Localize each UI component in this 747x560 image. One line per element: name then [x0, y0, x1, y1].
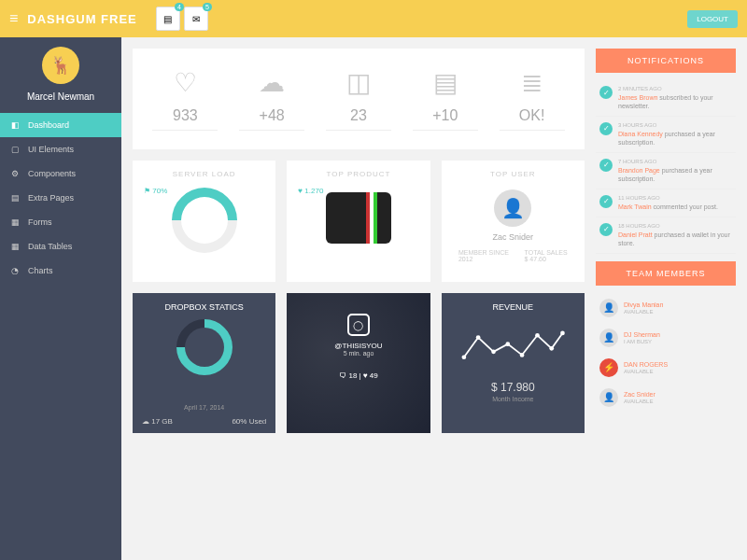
- flag-icon: ⚑ 70%: [144, 187, 167, 195]
- stat-inbox: ◫23: [326, 67, 391, 131]
- cloud-icon: ☁ 17 GB: [142, 417, 173, 426]
- bell-icon: ✓: [599, 86, 613, 99]
- cloud-icon: ☁: [259, 67, 285, 98]
- member-avatar: 👤: [599, 299, 618, 317]
- top-user-card: TOP USER 👤 Zac Snider MEMBER SINCE2012 T…: [442, 161, 585, 282]
- team-list: 👤Divya ManianAVAILABLE👤DJ ShermanI AM BU…: [596, 293, 736, 413]
- team-member[interactable]: 👤Divya ManianAVAILABLE: [596, 293, 736, 323]
- team-member[interactable]: 👤Zac SniderAVAILABLE: [596, 383, 736, 413]
- nav-forms[interactable]: ▦Forms: [0, 210, 121, 234]
- member-avatar: ⚡: [599, 358, 618, 377]
- bell-icon: ✓: [599, 122, 613, 135]
- database-icon: ≣: [521, 67, 543, 98]
- brand: DASHGUM FREE: [27, 12, 136, 26]
- stats-row: ♡933 ☁+48 ◫23 ▤+10 ≣OK!: [133, 49, 585, 149]
- svg-point-5: [535, 333, 540, 338]
- stat-db: ≣OK!: [500, 67, 565, 131]
- member-avatar: 👤: [599, 329, 618, 347]
- logout-button[interactable]: LOGOUT: [687, 10, 738, 28]
- bell-icon: ✓: [599, 223, 613, 236]
- instagram-icon: ◯: [347, 314, 370, 336]
- dashboard-icon: ◧: [11, 120, 21, 130]
- heart-icon: ♥ 1.270: [298, 187, 323, 195]
- bell-icon: ✓: [599, 159, 613, 172]
- notifications-header: NOTIFICATIONS: [596, 49, 736, 73]
- svg-point-2: [491, 350, 496, 355]
- nav-charts[interactable]: ◔Charts: [0, 259, 121, 283]
- dropbox-card: DROPBOX STATICS April 17, 2014 ☁ 17 GB60…: [133, 293, 275, 433]
- server-load-donut: [158, 175, 250, 267]
- stat-likes: ♡933: [152, 67, 218, 131]
- team-member[interactable]: ⚡DAN ROGERSAVAILABLE: [596, 353, 736, 383]
- stat-news: ▤+10: [413, 67, 478, 131]
- notifications-list: ✓2 MINUTES AGOJames Brown subscribed to …: [596, 80, 736, 254]
- bell-icon: ✓: [599, 195, 613, 208]
- nav-data-tables[interactable]: ▦Data Tables: [0, 234, 121, 259]
- components-icon: ⚙: [11, 169, 21, 178]
- ui-icon: ▢: [11, 145, 21, 154]
- tasks-icon[interactable]: ▤4: [156, 7, 180, 31]
- nav-extra-pages[interactable]: ▤Extra Pages: [0, 186, 121, 210]
- server-load-card: SERVER LOAD ⚑ 70%: [133, 161, 275, 282]
- svg-point-0: [461, 355, 466, 359]
- top-icons: ▤4 ✉5: [156, 7, 208, 31]
- mail-icon[interactable]: ✉5: [184, 7, 208, 31]
- forms-icon: ▦: [11, 217, 21, 227]
- nav-dashboard[interactable]: ◧Dashboard: [0, 113, 121, 137]
- dropbox-donut: [164, 308, 244, 387]
- user-avatar: 👤: [494, 189, 531, 227]
- notification-item[interactable]: ✓2 MINUTES AGOJames Brown subscribed to …: [596, 80, 736, 117]
- notification-item[interactable]: ✓11 HOURS AGOMark Twain commented your p…: [596, 189, 736, 217]
- news-icon: ▤: [433, 67, 458, 98]
- team-member[interactable]: 👤DJ ShermanI AM BUSY: [596, 323, 736, 353]
- svg-point-6: [549, 346, 554, 351]
- nav: ◧Dashboard ▢UI Elements ⚙Components ▤Ext…: [0, 113, 121, 283]
- nav-components[interactable]: ⚙Components: [0, 161, 121, 186]
- username: Marcel Newman: [27, 91, 94, 102]
- svg-point-3: [505, 342, 510, 346]
- notification-item[interactable]: ✓7 HOURS AGOBrandon Page purchased a yea…: [596, 153, 736, 189]
- notification-item[interactable]: ✓18 HOURS AGODaniel Pratt purchased a wa…: [596, 217, 736, 254]
- svg-point-1: [475, 335, 480, 340]
- charts-icon: ◔: [11, 266, 21, 275]
- sidebar: 🦌 Marcel Newman ◧Dashboard ▢UI Elements …: [0, 37, 121, 560]
- tables-icon: ▦: [11, 242, 21, 251]
- revenue-sparkline: [458, 323, 568, 370]
- top-product-card: TOP PRODUCT ♥ 1.270: [287, 161, 430, 282]
- topbar: ≡ DASHGUM FREE ▤4 ✉5 LOGOUT: [0, 0, 747, 37]
- avatar[interactable]: 🦌: [42, 47, 79, 84]
- menu-icon[interactable]: ≡: [9, 10, 18, 27]
- member-avatar: 👤: [599, 388, 618, 407]
- notification-item[interactable]: ✓3 HOURS AGODiana Kennedy purchased a ye…: [596, 117, 736, 153]
- instagram-card: ◯ @THISISYOU 5 min. ago 🗨 18 | ♥ 49: [287, 293, 430, 433]
- stat-cloud: ☁+48: [239, 67, 304, 131]
- inbox-icon: ◫: [346, 67, 371, 98]
- team-header: TEAM MEMBERS: [596, 261, 736, 286]
- svg-point-7: [560, 331, 565, 336]
- nav-ui-elements[interactable]: ▢UI Elements: [0, 137, 121, 161]
- svg-point-4: [519, 353, 524, 357]
- pages-icon: ▤: [11, 193, 21, 203]
- revenue-card: REVENUE $ 17.980 Month Income: [442, 293, 585, 433]
- heart-icon: ♡: [174, 67, 197, 98]
- product-image: [326, 192, 391, 244]
